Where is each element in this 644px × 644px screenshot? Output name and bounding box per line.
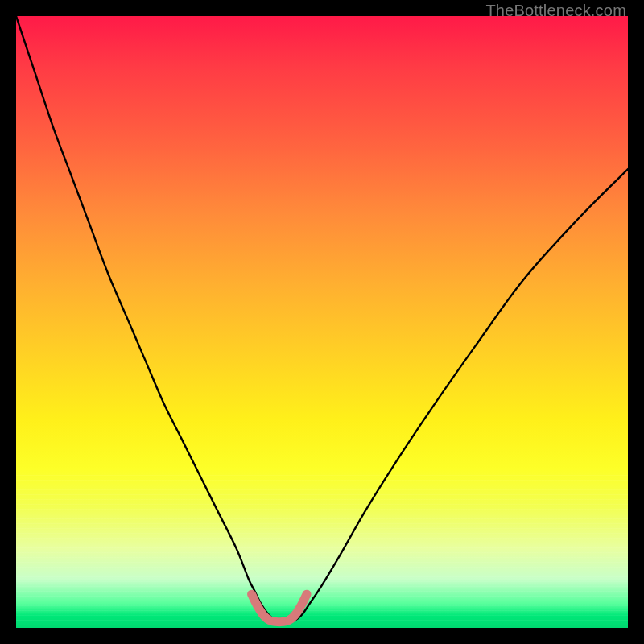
valley-marker-dot — [254, 603, 261, 609]
plot-area — [16, 16, 628, 628]
valley-marker-dot — [266, 617, 273, 624]
valley-marker-dot — [273, 618, 279, 625]
valley-marker-dot — [285, 617, 291, 624]
bottleneck-curve — [16, 16, 628, 622]
curve-svg-layer — [16, 16, 628, 628]
valley-marker-dot — [249, 591, 255, 597]
valley-marker-dot — [296, 602, 304, 610]
valley-marker-dot — [279, 618, 286, 625]
chart-frame: TheBottleneck.com — [0, 0, 644, 644]
valley-marker-dot — [261, 613, 267, 619]
valley-marker-dot — [303, 590, 311, 598]
watermark-text: TheBottleneck.com — [485, 2, 626, 20]
valley-marker-dot — [291, 612, 299, 620]
